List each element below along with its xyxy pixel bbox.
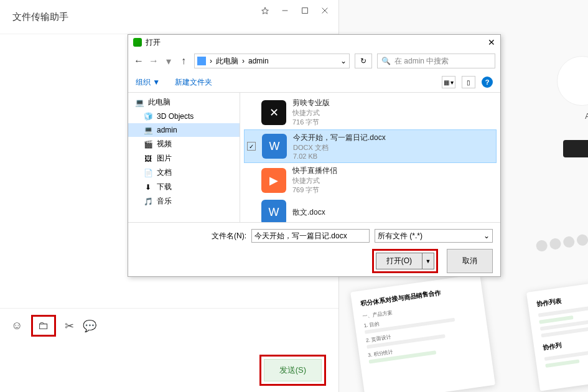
folder-type-icon: 🎵 bbox=[143, 197, 153, 207]
pc-icon bbox=[197, 57, 206, 65]
svg-rect-1 bbox=[302, 8, 308, 14]
breadcrumb-separator: › bbox=[210, 57, 212, 65]
breadcrumb-separator: › bbox=[242, 57, 245, 65]
file-thumbnail-icon: ▶ bbox=[261, 168, 286, 193]
folder-icon[interactable]: 🗀 bbox=[38, 319, 49, 332]
folder-type-icon: 🎬 bbox=[143, 139, 153, 149]
file-item[interactable]: ✓ W 今天开始，写一篇日记.docx DOCX 文档 7.02 KB bbox=[244, 129, 497, 163]
sidebar-item[interactable]: 🎬视频 bbox=[128, 137, 240, 151]
emoji-icon[interactable]: ☺ bbox=[11, 319, 22, 332]
folder-type-icon: 🧊 bbox=[143, 111, 153, 121]
file-item[interactable]: W 散文.docx bbox=[244, 197, 497, 222]
dialog-footer: 文件名(N): 所有文件 (*.*) ⌄ 打开(O) ▼ 取消 bbox=[128, 223, 500, 279]
sidebar-item[interactable]: 🧊3D Objects bbox=[128, 110, 240, 123]
breadcrumb-pc[interactable]: 此电脑 bbox=[216, 56, 238, 67]
bg-avatar-row bbox=[536, 234, 588, 253]
dialog-title: 打开 bbox=[146, 37, 161, 48]
sidebar-item-label: 3D Objects bbox=[157, 112, 194, 121]
sidebar-item-label: 音乐 bbox=[157, 196, 172, 207]
sidebar-item[interactable]: 💻admin bbox=[128, 123, 240, 137]
send-button[interactable]: 发送(S) bbox=[264, 359, 322, 381]
search-input[interactable]: 🔍 在 admin 中搜索 bbox=[377, 54, 495, 68]
filename-input[interactable] bbox=[251, 229, 370, 243]
sidebar-item-label: 文档 bbox=[157, 167, 172, 178]
dialog-file-list: ✕ 剪映专业版 快捷方式 716 字节 ✓ W 今天开始，写一篇日记.docx … bbox=[240, 93, 500, 222]
dialog-sidebar: 💻此电脑🧊3D Objects💻admin🎬视频🖼图片📄文档⬇下载🎵音乐 bbox=[128, 93, 240, 222]
folder-type-icon: ⬇ bbox=[143, 182, 153, 192]
file-name: 快手直播伴侣 bbox=[292, 166, 337, 176]
bg-avatar bbox=[557, 56, 588, 106]
sidebar-item[interactable]: 🖼图片 bbox=[128, 151, 240, 166]
minimize-icon[interactable] bbox=[281, 6, 289, 17]
file-name: 今天开始，写一篇日记.docx bbox=[293, 133, 386, 143]
folder-type-icon: 💻 bbox=[143, 125, 153, 135]
sidebar-item-label: 图片 bbox=[157, 153, 172, 164]
file-meta-type: 快捷方式 bbox=[292, 176, 337, 185]
sidebar-item-label: admin bbox=[157, 126, 177, 134]
dialog-close-icon[interactable]: ✕ bbox=[488, 37, 495, 47]
bg-text: An bbox=[585, 112, 588, 121]
chevron-down-icon: ⌄ bbox=[483, 231, 490, 240]
window-controls bbox=[261, 6, 329, 17]
folder-type-icon: 🖼 bbox=[143, 154, 153, 164]
refresh-button[interactable]: ↻ bbox=[355, 54, 372, 68]
close-icon[interactable] bbox=[320, 6, 329, 17]
file-thumbnail-icon: W bbox=[262, 134, 287, 159]
help-icon[interactable]: ? bbox=[482, 77, 493, 88]
organize-menu[interactable]: 组织 ▼ bbox=[136, 77, 160, 88]
maximize-icon[interactable] bbox=[301, 6, 309, 17]
nav-dropdown-icon[interactable]: ▾ bbox=[163, 55, 174, 67]
folder-type-icon: 💻 bbox=[134, 98, 144, 108]
wechat-icon bbox=[133, 38, 142, 47]
file-name: 剪映专业版 bbox=[292, 98, 330, 108]
scissors-icon[interactable]: ✂ bbox=[65, 319, 74, 333]
main-title: 文件传输助手 bbox=[12, 11, 68, 23]
file-meta-size: 7.02 KB bbox=[293, 152, 386, 160]
bg-document-2: 协作列表 协作列 bbox=[526, 282, 588, 391]
file-open-dialog: 打开 ✕ ← → ▾ ↑ › 此电脑 › admin ⌄ ↻ 🔍 在 admin… bbox=[128, 34, 501, 277]
file-thumbnail-icon: W bbox=[261, 200, 286, 222]
file-meta-size: 769 字节 bbox=[292, 185, 337, 195]
filetype-select[interactable]: 所有文件 (*.*) ⌄ bbox=[375, 229, 493, 243]
file-meta-type: DOCX 文档 bbox=[293, 143, 386, 152]
preview-pane-button[interactable]: ▯ bbox=[462, 76, 475, 88]
sidebar-item[interactable]: 💻此电脑 bbox=[128, 95, 240, 110]
pin-icon[interactable] bbox=[261, 6, 269, 17]
folder-type-icon: 📄 bbox=[143, 168, 153, 178]
file-meta-type: 快捷方式 bbox=[292, 108, 330, 118]
nav-up-icon[interactable]: ↑ bbox=[178, 55, 189, 67]
nav-back-icon[interactable]: ← bbox=[133, 55, 144, 67]
dialog-body: 💻此电脑🧊3D Objects💻admin🎬视频🖼图片📄文档⬇下载🎵音乐 ✕ 剪… bbox=[128, 92, 500, 223]
dialog-titlebar: 打开 ✕ bbox=[128, 35, 500, 50]
send-button-area: 发送(S) bbox=[259, 355, 326, 386]
nav-forward-icon[interactable]: → bbox=[148, 55, 159, 67]
sidebar-item-label: 此电脑 bbox=[148, 97, 170, 108]
sidebar-item[interactable]: 📄文档 bbox=[128, 166, 240, 180]
cancel-button[interactable]: 取消 bbox=[447, 249, 493, 273]
send-button-highlight: 发送(S) bbox=[259, 355, 326, 386]
new-folder-button[interactable]: 新建文件夹 bbox=[175, 77, 212, 88]
filename-label: 文件名(N): bbox=[212, 231, 246, 241]
sidebar-item[interactable]: 🎵音乐 bbox=[128, 194, 240, 208]
view-mode-button[interactable]: ▦ ▾ bbox=[442, 76, 455, 88]
dialog-toolbar: 组织 ▼ 新建文件夹 ▦ ▾ ▯ ? bbox=[128, 72, 500, 92]
bg-dark-button bbox=[563, 140, 588, 157]
sidebar-item-label: 视频 bbox=[157, 139, 172, 149]
file-item[interactable]: ✕ 剪映专业版 快捷方式 716 字节 bbox=[244, 95, 497, 129]
attach-file-highlight: 🗀 bbox=[31, 315, 56, 337]
address-dropdown-icon[interactable]: ⌄ bbox=[340, 57, 347, 65]
chat-history-icon[interactable]: 💬 bbox=[83, 319, 96, 333]
open-button[interactable]: 打开(O) bbox=[376, 253, 422, 269]
sidebar-item-label: 下载 bbox=[157, 182, 172, 192]
sidebar-item[interactable]: ⬇下载 bbox=[128, 180, 240, 194]
file-checkbox[interactable]: ✓ bbox=[247, 142, 256, 151]
address-bar[interactable]: › 此电脑 › admin ⌄ bbox=[194, 54, 350, 68]
open-button-highlight: 打开(O) ▼ bbox=[372, 249, 438, 273]
dialog-nav-bar: ← → ▾ ↑ › 此电脑 › admin ⌄ ↻ 🔍 在 admin 中搜索 bbox=[128, 50, 500, 72]
bg-document-1: 积分体系对接与商品销售合作 一、产品方案 1. 目的 2. 页面设计 3. 积分… bbox=[350, 274, 495, 392]
breadcrumb-folder[interactable]: admin bbox=[248, 57, 269, 65]
file-thumbnail-icon: ✕ bbox=[261, 100, 286, 125]
file-item[interactable]: ▶ 快手直播伴侣 快捷方式 769 字节 bbox=[244, 163, 497, 197]
open-dropdown-icon[interactable]: ▼ bbox=[422, 253, 434, 269]
search-placeholder: 在 admin 中搜索 bbox=[394, 56, 449, 67]
